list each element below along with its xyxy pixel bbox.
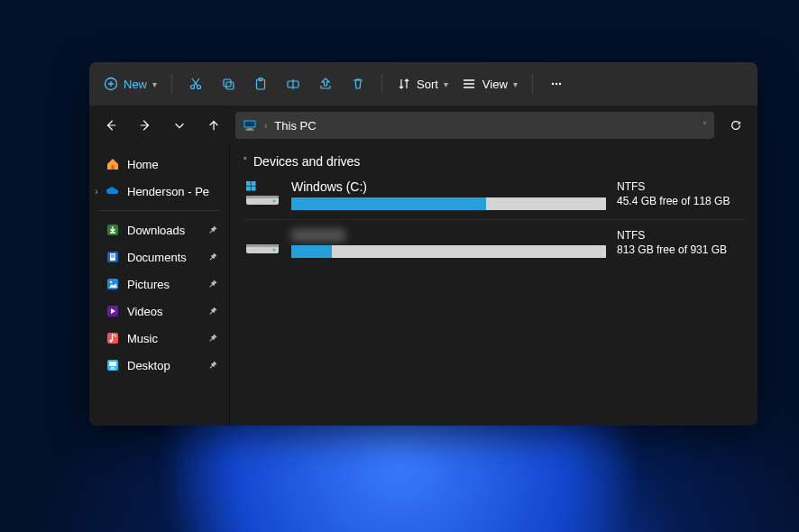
toolbar-separator: [532, 74, 533, 94]
explorer-body: Home › Henderson - Pe DownloadsDocuments…: [89, 145, 758, 426]
cut-button[interactable]: [181, 69, 210, 98]
drive-free-text: 45.4 GB free of 118 GB: [617, 195, 743, 209]
sidebar-item-videos[interactable]: Videos: [89, 298, 229, 325]
pictures-icon: [106, 277, 120, 291]
toolbar-separator: [171, 74, 172, 94]
copy-button[interactable]: [214, 69, 243, 98]
sidebar-item-label: Downloads: [127, 224, 185, 237]
share-button[interactable]: [311, 69, 340, 98]
svg-point-16: [464, 79, 465, 81]
sidebar-item-label: Pictures: [127, 278, 170, 291]
breadcrumb-location: This PC: [274, 119, 316, 133]
pin-icon: [208, 251, 218, 264]
copy-icon: [221, 77, 235, 91]
document-icon: [106, 250, 120, 264]
rename-button[interactable]: [279, 69, 308, 98]
sort-icon: [397, 77, 411, 91]
paste-icon: [253, 77, 268, 91]
svg-point-21: [559, 83, 561, 85]
chevron-down-icon[interactable]: ˅: [703, 121, 707, 131]
forward-button[interactable]: [133, 113, 158, 138]
view-button[interactable]: View ▾: [457, 69, 523, 98]
home-icon: [106, 157, 120, 171]
sidebar-item-pictures[interactable]: Pictures: [89, 271, 229, 298]
breadcrumb-separator: ›: [264, 121, 267, 131]
music-icon: [106, 331, 120, 345]
svg-point-3: [191, 86, 195, 89]
svg-point-50: [273, 249, 276, 252]
sidebar-item-label: Documents: [127, 251, 187, 264]
this-pc-icon: [243, 118, 257, 133]
chevron-down-icon: ▾: [152, 79, 157, 89]
sidebar-item-desktop[interactable]: Desktop: [89, 352, 229, 379]
sidebar-item-download[interactable]: Downloads: [89, 216, 229, 243]
sort-button[interactable]: Sort ▾: [391, 69, 454, 98]
svg-rect-49: [246, 244, 279, 247]
recent-button[interactable]: [167, 113, 192, 138]
sidebar-item-music[interactable]: Music: [89, 325, 229, 352]
view-button-label: View: [482, 78, 508, 91]
drive-item[interactable]: NTFS813 GB free of 931 GB: [243, 219, 745, 263]
svg-rect-43: [246, 187, 251, 191]
svg-point-17: [464, 83, 465, 85]
drive-item[interactable]: Windows (C:)NTFS45.4 GB free of 118 GB: [243, 174, 745, 216]
drive-meta: NTFS813 GB free of 931 GB: [617, 229, 743, 257]
svg-rect-41: [246, 181, 251, 186]
toolbar: New ▾ Sort ▾ View ▾: [89, 62, 758, 105]
plus-circle-icon: [104, 77, 118, 91]
main-content: ˅ Devices and drives Windows (C:)NTFS45.…: [230, 145, 758, 426]
pin-icon: [208, 359, 218, 372]
chevron-down-icon: [173, 119, 186, 132]
download-icon: [106, 223, 120, 237]
sidebar-item-label: Desktop: [127, 359, 170, 372]
sidebar-item-onedrive[interactable]: › Henderson - Pe: [89, 178, 229, 205]
svg-rect-24: [247, 128, 253, 130]
drive-fs: NTFS: [617, 229, 743, 243]
drive-body: Windows (C:): [291, 179, 606, 210]
drive-meta: NTFS45.4 GB free of 118 GB: [617, 180, 743, 208]
paste-button[interactable]: [246, 69, 275, 98]
desktop-icon: [106, 358, 120, 372]
address-bar[interactable]: › This PC ˅: [235, 112, 714, 139]
svg-rect-26: [112, 165, 115, 170]
group-header-label: Devices and drives: [253, 154, 360, 169]
new-button-label: New: [124, 78, 147, 91]
chevron-down-icon: ˅: [243, 156, 248, 168]
svg-rect-32: [107, 279, 118, 289]
explorer-window: New ▾ Sort ▾ View ▾: [89, 62, 758, 426]
pin-icon: [208, 332, 218, 345]
drive-free-text: 813 GB free of 931 GB: [617, 243, 743, 258]
sidebar-item-label: Henderson - Pe: [127, 185, 209, 198]
toolbar-separator: [381, 74, 382, 94]
delete-button[interactable]: [344, 69, 372, 98]
navigation-row: › This PC ˅: [89, 105, 758, 145]
videos-icon: [106, 304, 120, 318]
svg-rect-42: [252, 181, 256, 186]
refresh-button[interactable]: [723, 113, 748, 138]
sidebar-item-document[interactable]: Documents: [89, 243, 229, 271]
svg-point-20: [556, 83, 557, 85]
sidebar-item-label: Videos: [127, 305, 163, 318]
sidebar-item-label: Music: [127, 332, 158, 345]
sidebar-item-home[interactable]: Home: [89, 151, 229, 178]
pin-icon: [208, 305, 218, 318]
sidebar-item-label: Home: [127, 158, 159, 171]
more-icon: [549, 77, 564, 91]
drive-body: [291, 229, 606, 258]
back-button[interactable]: [98, 113, 124, 138]
svg-point-4: [197, 86, 201, 89]
up-button[interactable]: [201, 113, 226, 138]
rename-icon: [286, 77, 300, 91]
drive-fs: NTFS: [617, 180, 743, 195]
svg-point-33: [110, 281, 113, 284]
group-header-devices[interactable]: ˅ Devices and drives: [243, 151, 745, 174]
expand-icon[interactable]: ›: [91, 187, 102, 197]
svg-rect-25: [246, 130, 254, 131]
svg-rect-7: [224, 79, 231, 87]
chevron-down-icon: ▾: [513, 79, 518, 89]
new-button[interactable]: New ▾: [98, 69, 162, 98]
trash-icon: [351, 77, 365, 91]
sort-button-label: Sort: [417, 78, 438, 91]
svg-rect-38: [109, 362, 116, 366]
more-button[interactable]: [542, 69, 571, 98]
